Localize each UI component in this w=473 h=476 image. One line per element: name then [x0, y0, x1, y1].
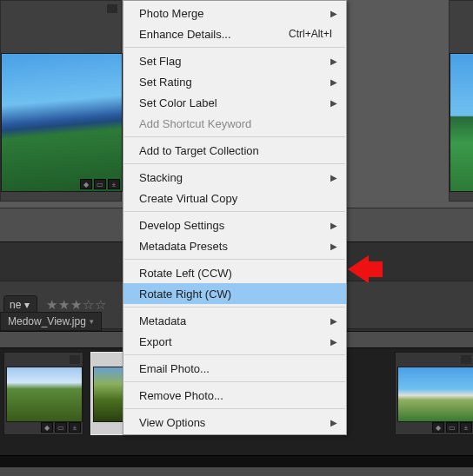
thumbnail-image[interactable]: [397, 367, 473, 422]
chevron-down-icon: ▾: [90, 317, 94, 326]
flag-icon[interactable]: [70, 355, 80, 364]
submenu-arrow-icon: ▶: [330, 316, 337, 326]
menu-item-label: Email Photo...: [139, 362, 210, 375]
submenu-arrow-icon: ▶: [330, 98, 337, 108]
filmstrip-cell[interactable]: ◆▭±: [3, 352, 83, 435]
filename-label: Medow_View.jpg: [8, 315, 86, 327]
menu-item-label: View Options: [139, 416, 205, 429]
crop-icon[interactable]: ▭: [55, 422, 67, 433]
filmstrip-scrollbar[interactable]: [0, 455, 473, 467]
menu-item-set-color-label[interactable]: Set Color Label▶: [123, 92, 346, 113]
crop-icon[interactable]: ▭: [94, 179, 106, 189]
tag-icon[interactable]: ◆: [432, 422, 444, 433]
menu-item-rotate-left-ccw[interactable]: Rotate Left (CCW): [123, 262, 346, 283]
menu-item-label: Set Flag: [139, 55, 181, 68]
menu-item-label: Metadata: [139, 314, 186, 327]
adjust-icon[interactable]: ±: [69, 422, 81, 433]
lightroom-screenshot: { "sort": { "suffix_label": "ne" }, "rat…: [0, 0, 473, 476]
adjust-icon[interactable]: ±: [460, 422, 472, 433]
menu-item-create-virtual-copy[interactable]: Create Virtual Copy: [123, 188, 346, 208]
sort-label-fragment: ne: [10, 299, 21, 311]
grid-cell[interactable]: ◆ ▭ ±: [0, 0, 122, 202]
thumbnail-image[interactable]: ◆ ▭ ±: [1, 53, 123, 192]
menu-item-shortcut: Ctrl+Alt+I: [289, 28, 332, 40]
flag-icon[interactable]: [107, 4, 117, 13]
menu-separator: [124, 354, 345, 355]
menu-item-add-shortcut-keyword: Add Shortcut Keyword: [123, 113, 346, 134]
filmstrip-cell[interactable]: ◆▭±: [395, 352, 473, 435]
menu-separator: [124, 408, 345, 409]
menu-separator: [124, 47, 345, 48]
thumbnail-image[interactable]: [450, 53, 473, 192]
menu-item-develop-settings[interactable]: Develop Settings▶: [123, 215, 346, 235]
menu-item-remove-photo[interactable]: Remove Photo...: [123, 385, 346, 406]
crop-icon[interactable]: ▭: [446, 422, 458, 433]
chevron-down-icon: ▾: [24, 299, 30, 311]
annotation-arrow: [348, 255, 369, 283]
menu-item-export[interactable]: Export▶: [123, 331, 346, 352]
menu-item-email-photo[interactable]: Email Photo...: [123, 358, 346, 379]
menu-item-label: Rotate Left (CCW): [139, 267, 232, 280]
menu-item-set-rating[interactable]: Set Rating▶: [123, 71, 346, 92]
menu-item-add-to-target-collection[interactable]: Add to Target Collection: [123, 140, 346, 161]
menu-item-label: Create Virtual Copy: [139, 192, 237, 205]
menu-separator: [124, 307, 345, 307]
menu-item-label: Set Rating: [139, 76, 192, 89]
tag-icon[interactable]: ◆: [80, 179, 92, 189]
submenu-arrow-icon: ▶: [330, 221, 337, 230]
submenu-arrow-icon: ▶: [330, 418, 337, 427]
menu-item-enhance-details[interactable]: Enhance Details...Ctrl+Alt+I: [123, 23, 346, 44]
thumbnail-badges: ◆ ▭ ±: [80, 179, 120, 189]
menu-item-set-flag[interactable]: Set Flag▶: [123, 50, 346, 71]
menu-item-rotate-right-cw[interactable]: Rotate Right (CW): [123, 283, 346, 304]
menu-item-label: Metadata Presets: [139, 240, 228, 253]
menu-item-label: Export: [139, 335, 172, 348]
filename-dropdown[interactable]: Medow_View.jpg ▾: [0, 312, 102, 331]
menu-item-label: Develop Settings: [139, 219, 224, 232]
menu-item-stacking[interactable]: Stacking▶: [123, 167, 346, 188]
thumbnail-image[interactable]: [6, 367, 83, 422]
menu-item-photo-merge[interactable]: Photo Merge▶: [123, 3, 346, 23]
submenu-arrow-icon: ▶: [330, 173, 337, 182]
adjust-icon[interactable]: ±: [108, 179, 120, 189]
menu-item-label: Enhance Details...: [139, 28, 231, 41]
grid-cell[interactable]: [449, 0, 473, 202]
tag-icon[interactable]: ◆: [41, 422, 53, 433]
menu-item-view-options[interactable]: View Options▶: [123, 412, 346, 433]
menu-separator: [124, 163, 345, 164]
submenu-arrow-icon: ▶: [330, 337, 337, 347]
context-menu: Photo Merge▶Enhance Details...Ctrl+Alt+I…: [123, 0, 347, 435]
menu-item-label: Set Color Label: [139, 96, 217, 109]
menu-item-label: Photo Merge: [139, 7, 203, 20]
flag-icon[interactable]: [461, 355, 471, 364]
submenu-arrow-icon: ▶: [330, 77, 337, 87]
menu-item-label: Stacking: [139, 171, 183, 184]
menu-item-label: Add Shortcut Keyword: [139, 117, 251, 130]
menu-separator: [124, 381, 345, 382]
submenu-arrow-icon: ▶: [330, 241, 337, 251]
menu-item-label: Add to Target Collection: [139, 144, 259, 157]
menu-item-label: Rotate Right (CW): [139, 288, 231, 301]
menu-separator: [124, 259, 345, 260]
menu-item-label: Remove Photo...: [139, 389, 223, 402]
menu-item-metadata[interactable]: Metadata▶: [123, 310, 346, 331]
menu-separator: [124, 211, 345, 212]
submenu-arrow-icon: ▶: [330, 9, 337, 18]
menu-separator: [124, 136, 345, 137]
rating-stars[interactable]: ★★★☆☆: [46, 297, 107, 313]
submenu-arrow-icon: ▶: [330, 56, 337, 66]
menu-item-metadata-presets[interactable]: Metadata Presets▶: [123, 235, 346, 256]
